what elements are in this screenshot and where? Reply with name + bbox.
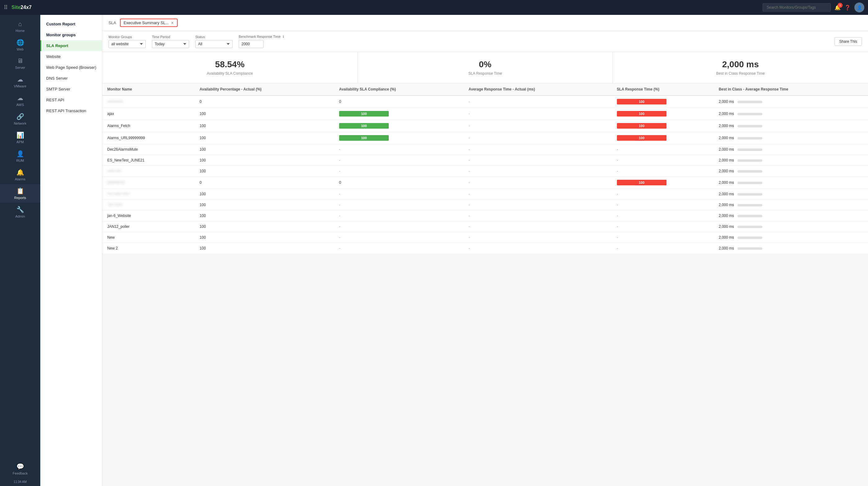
cell-avail-sla: 0 xyxy=(334,177,464,189)
table-row: JAN12_poller100---2,000 ms xyxy=(102,221,868,232)
sec-monitor-groups[interactable]: Monitor groups xyxy=(40,29,102,40)
sidebar-item-label: Admin xyxy=(15,215,25,218)
search-input[interactable] xyxy=(763,3,831,12)
cell-best: 2,000 ms xyxy=(714,95,868,108)
cell-best: 2,000 ms xyxy=(714,120,868,132)
cell-sla-resp: - xyxy=(612,243,714,254)
cell-avail-actual: 100 xyxy=(195,200,334,210)
reports-icon: 📋 xyxy=(17,187,24,195)
table-row: New100---2,000 ms xyxy=(102,232,868,243)
cell-sla-resp: 100 xyxy=(612,108,714,120)
cell-sla-resp: 100 xyxy=(612,95,714,108)
cell-avg-resp: - xyxy=(463,155,612,166)
table-row: h••••••••••••00-1002,000 ms xyxy=(102,177,868,189)
sec-custom-report[interactable]: Custom Report xyxy=(40,19,102,29)
sidebar-item-label: RUM xyxy=(16,159,24,162)
cell-best: 2,000 ms xyxy=(714,221,868,232)
sec-rest-api[interactable]: REST API xyxy=(40,95,102,105)
grid-icon[interactable]: ⠿ xyxy=(4,4,8,11)
notifications-icon[interactable]: 🔔 3 xyxy=(835,5,841,10)
feedback-icon: 💬 xyxy=(17,463,24,470)
cell-avail-sla: 100 xyxy=(334,132,464,144)
sla-tag[interactable]: Executive Summary SL... ✕ xyxy=(120,19,178,27)
status-select[interactable]: All xyxy=(195,40,232,48)
table-row: Alarms_URL99999999100100-1002,000 ms xyxy=(102,132,868,144)
monitor-groups-select[interactable]: all website xyxy=(108,40,146,48)
cell-avg-resp: - xyxy=(463,200,612,210)
sidebar-item-reports[interactable]: 📋 Reports xyxy=(0,184,40,203)
status-label: Status xyxy=(195,35,232,39)
sec-dns-server[interactable]: DNS Server xyxy=(40,73,102,84)
sidebar-item-web[interactable]: 🌐 Web xyxy=(0,36,40,54)
sidebar-item-server[interactable]: 🖥 Server xyxy=(0,54,40,72)
sla-tag-close-icon[interactable]: ✕ xyxy=(171,21,174,25)
cell-best: 2,000 ms xyxy=(714,243,868,254)
cell-monitor-name: New xyxy=(102,232,195,243)
sidebar-item-label: Server xyxy=(15,66,25,69)
cell-avg-resp: - xyxy=(463,144,612,155)
time-period-filter: Time Period Today xyxy=(152,35,189,48)
cell-avg-resp: - xyxy=(463,232,612,243)
best-in-class-value: 2,000 ms xyxy=(619,60,862,69)
apm-icon: 📊 xyxy=(17,131,24,139)
logo: Site24x7 xyxy=(11,5,32,10)
cell-avg-resp: - xyxy=(463,166,612,177)
cell-sla-resp: 100 xyxy=(612,120,714,132)
sla-table: Monitor Name Availability Percentage - A… xyxy=(102,84,868,254)
cell-monitor-name: ajax xyxy=(102,108,195,120)
avatar[interactable]: 👤 xyxy=(855,2,864,12)
sidebar-item-alarms[interactable]: 🔔 Alarms xyxy=(0,165,40,184)
cell-best: 2,000 ms xyxy=(714,144,868,155)
col-sla-resp: SLA Response Time (%) xyxy=(612,84,714,95)
status-filter: Status All xyxy=(195,35,232,48)
sidebar-time: 11:34 AM xyxy=(0,479,40,486)
cell-monitor-name: Alarms_URL99999999 xyxy=(102,132,195,144)
sec-website[interactable]: Website xyxy=(40,51,102,62)
cell-avail-sla: - xyxy=(334,221,464,232)
table-row: ••••••••••••00-1002,000 ms xyxy=(102,95,868,108)
main-content: SLA Executive Summary SL... ✕ Monitor Gr… xyxy=(102,15,868,486)
table-row: Alarms_Fetch100100-1002,000 ms xyxy=(102,120,868,132)
sidebar-item-aws[interactable]: ☁ AWS xyxy=(0,91,40,110)
sidebar-item-admin[interactable]: 🔧 Admin xyxy=(0,203,40,221)
cell-monitor-name: New 2 xyxy=(102,243,195,254)
sidebar-item-apm[interactable]: 📊 APM xyxy=(0,128,40,147)
sidebar-item-vmware[interactable]: ☁ VMware xyxy=(0,72,40,91)
share-button[interactable]: Share This xyxy=(835,37,862,46)
best-in-class-card: 2,000 ms Best in Class Response Time xyxy=(613,52,868,83)
cell-avail-sla: 0 xyxy=(334,95,464,108)
sidebar-item-network[interactable]: 🔗 Network xyxy=(0,110,40,128)
sidebar-item-feedback[interactable]: 💬 Feedback xyxy=(0,460,40,478)
cell-avail-sla: - xyxy=(334,155,464,166)
sidebar-item-home[interactable]: ⌂ Home xyxy=(0,18,40,36)
col-avail-sla: Availability SLA Compliance (%) xyxy=(334,84,464,95)
cell-avail-actual: 0 xyxy=(195,177,334,189)
cell-best: 2,000 ms xyxy=(714,155,868,166)
summary-cards: 58.54% Availability SLA Compliance 0% SL… xyxy=(102,52,868,84)
rum-icon: 👤 xyxy=(17,150,24,158)
cell-avail-actual: 100 xyxy=(195,166,334,177)
sec-web-page-speed[interactable]: Web Page Speed (Browser) xyxy=(40,62,102,73)
time-period-select[interactable]: Today xyxy=(152,40,189,48)
cell-best: 2,000 ms xyxy=(714,166,868,177)
table-row: •••• •••••• •••••'100---2,000 ms xyxy=(102,189,868,200)
cell-avail-actual: 100 xyxy=(195,155,334,166)
sidebar-item-label: Network xyxy=(14,122,26,125)
table-row: ajax100100-1002,000 ms xyxy=(102,108,868,120)
benchmark-info-icon[interactable]: ℹ xyxy=(283,35,284,38)
sidebar-item-rum[interactable]: 👤 RUM xyxy=(0,147,40,165)
table-row: •••••• ••••100---2,000 ms xyxy=(102,166,868,177)
availability-card: 58.54% Availability SLA Compliance xyxy=(102,52,358,83)
sec-smtp-server[interactable]: SMTP Server xyxy=(40,84,102,95)
cell-sla-resp: - xyxy=(612,221,714,232)
sec-rest-api-transaction[interactable]: REST API Transaction xyxy=(40,105,102,116)
cell-avail-sla: - xyxy=(334,232,464,243)
help-icon[interactable]: ❓ xyxy=(844,5,850,10)
sec-sla-report[interactable]: SLA Report xyxy=(40,40,102,51)
cell-avail-actual: 100 xyxy=(195,221,334,232)
col-avail-actual: Availability Percentage - Actual (%) xyxy=(195,84,334,95)
sidebar-item-label: Web xyxy=(17,47,24,51)
benchmark-label: Benchmark Response Time ℹ xyxy=(239,35,284,39)
cell-sla-resp: - xyxy=(612,189,714,200)
benchmark-input[interactable] xyxy=(239,40,264,48)
